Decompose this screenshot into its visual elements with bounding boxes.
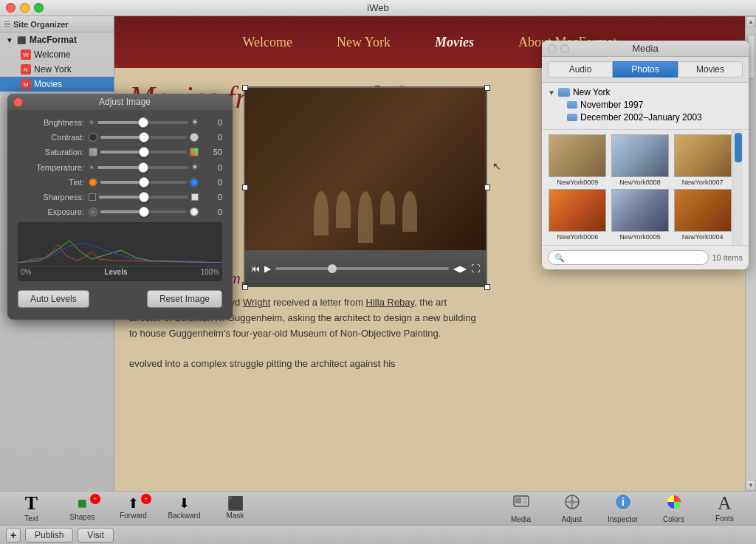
toolbar-shapes-label: Shapes: [70, 513, 95, 521]
toolbar: T Text ■ Shapes + ⬆ Forward + ⬇ Backward…: [0, 491, 756, 525]
grid-scrollbar[interactable]: [732, 130, 743, 245]
photo-thumb: [674, 134, 732, 177]
sharpness-label: Sharpness:: [18, 193, 84, 202]
temperature-track[interactable]: [97, 166, 188, 169]
cursor: ↖: [492, 160, 501, 173]
visit-button[interactable]: Visit: [78, 528, 113, 543]
scroll-down-button[interactable]: ▼: [746, 480, 756, 491]
rewind-button[interactable]: ⏮: [251, 264, 260, 274]
media-minimize-button[interactable]: [560, 44, 569, 53]
saturation-track[interactable]: [100, 151, 187, 154]
svg-text:i: i: [622, 496, 625, 508]
volume-button[interactable]: ◀▶: [453, 264, 467, 274]
video-controls[interactable]: ⏮ ▶ ◀▶ ⛶: [245, 250, 486, 287]
photo-item[interactable]: NewYork0007: [673, 134, 732, 186]
brightness-row: Brightness: ☀ ☀ 0: [18, 117, 222, 127]
tab-audio[interactable]: Audio: [548, 61, 613, 78]
toolbar-colors[interactable]: Colors: [650, 492, 698, 525]
progress-bar[interactable]: [275, 267, 449, 270]
photo-name: NewYork0006: [557, 233, 598, 241]
sidebar-item-movies[interactable]: M Movies: [0, 77, 114, 92]
photo-item[interactable]: NewYork0005: [611, 189, 670, 241]
toolbar-colors-label: Colors: [663, 515, 684, 523]
close-button[interactable]: [6, 3, 16, 13]
photo-item[interactable]: NewYork0006: [548, 189, 608, 241]
reset-image-button[interactable]: Reset Image: [147, 290, 222, 308]
contrast-row: Contrast: 0: [18, 133, 222, 142]
media-tree: ▼ New York November 1997 December 2002–J…: [542, 83, 749, 130]
tree-root[interactable]: ▼ New York: [548, 87, 743, 97]
photo-thumb: [549, 134, 606, 177]
grid-scroll-thumb[interactable]: [735, 133, 742, 162]
exposure-track[interactable]: [100, 210, 187, 213]
svg-point-7: [570, 500, 574, 504]
toolbar-shapes[interactable]: ■ Shapes +: [58, 492, 106, 525]
media-titlebar: Media: [542, 41, 749, 57]
temperature-value: 0: [202, 163, 222, 172]
media-close-button[interactable]: [548, 44, 557, 53]
contrast-track[interactable]: [100, 136, 187, 139]
sidebar-group-macformat[interactable]: ▼ ⬛ MacFormat: [0, 32, 114, 47]
page-label: Movies: [34, 79, 62, 89]
fullscreen-button[interactable]: ⛶: [471, 264, 480, 274]
scroll-up-button[interactable]: ▲: [746, 16, 756, 27]
histogram: 0% Levels 100%: [18, 222, 222, 281]
exposure-value: 0: [202, 207, 222, 216]
tab-movies[interactable]: Movies: [678, 61, 743, 78]
sharpness-row: Sharpness: 0: [18, 193, 222, 202]
panel-close-button[interactable]: [13, 97, 23, 107]
tab-photos[interactable]: Photos: [613, 61, 678, 78]
subfolder-icon: [567, 101, 577, 109]
tint-track[interactable]: [100, 181, 187, 184]
photo-name: NewYork0004: [682, 233, 724, 241]
media-title: Media: [632, 43, 658, 54]
nav-item-welcome[interactable]: Welcome: [242, 35, 292, 50]
sidebar-item-welcome[interactable]: W Welcome: [0, 47, 114, 62]
page-icon: M: [21, 79, 31, 89]
contrast-value: 0: [202, 133, 222, 142]
wright-link[interactable]: Wright: [243, 297, 270, 308]
photo-item[interactable]: NewYork0004: [673, 189, 732, 241]
auto-levels-button[interactable]: Auto Levels: [18, 290, 89, 308]
sharpness-track[interactable]: [99, 196, 188, 199]
window-controls: [6, 3, 44, 13]
search-box[interactable]: 🔍: [548, 250, 709, 265]
inspector-icon: i: [614, 493, 632, 514]
tree-child-2[interactable]: December 2002–January 2003: [548, 112, 743, 123]
bottom-bar: + Publish Visit: [0, 525, 756, 544]
panel-buttons: Auto Levels Reset Image: [18, 287, 222, 312]
shapes-icon: ■: [78, 495, 87, 512]
toolbar-adjust[interactable]: Adjust: [548, 492, 596, 525]
brightness-track[interactable]: [97, 121, 188, 124]
toolbar-inspector[interactable]: i Inspector: [599, 492, 647, 525]
minimize-button[interactable]: [20, 3, 30, 13]
toolbar-text[interactable]: T Text: [7, 492, 55, 525]
page-label: Welcome: [34, 49, 71, 60]
rebay-link[interactable]: Hilla Rebay: [366, 297, 415, 308]
progress-thumb[interactable]: [328, 264, 337, 273]
play-button[interactable]: ▶: [264, 264, 271, 274]
toolbar-mask[interactable]: ⬛ Mask: [211, 492, 259, 525]
sidebar-item-newyork[interactable]: N New York: [0, 62, 114, 77]
add-page-button[interactable]: +: [6, 528, 21, 543]
temperature-row: Temperature: ☀ ☀ 0: [18, 162, 222, 172]
toolbar-fonts[interactable]: A Fonts: [701, 492, 749, 525]
contrast-label: Contrast:: [18, 133, 84, 142]
nav-item-newyork[interactable]: New York: [337, 35, 391, 50]
photo-item[interactable]: NewYork0009: [548, 134, 608, 186]
toolbar-forward[interactable]: ⬆ Forward +: [109, 492, 157, 525]
toolbar-backward[interactable]: ⬇ Backward: [160, 492, 208, 525]
photo-item[interactable]: NewYork0008: [611, 134, 670, 186]
photo-name: NewYork0008: [619, 179, 661, 186]
nav-item-movies[interactable]: Movies: [435, 35, 474, 50]
tree-child-label: November 1997: [580, 100, 643, 110]
publish-button[interactable]: Publish: [25, 528, 73, 543]
tree-child-1[interactable]: November 1997: [548, 100, 743, 110]
toolbar-media[interactable]: Media: [497, 492, 545, 525]
maximize-button[interactable]: [34, 3, 44, 13]
app-title: iWeb: [367, 2, 388, 13]
svg-rect-3: [523, 501, 527, 503]
items-count: 10 items: [712, 253, 743, 262]
title-bar: iWeb: [0, 0, 756, 16]
photo-name: NewYork0009: [557, 179, 598, 186]
